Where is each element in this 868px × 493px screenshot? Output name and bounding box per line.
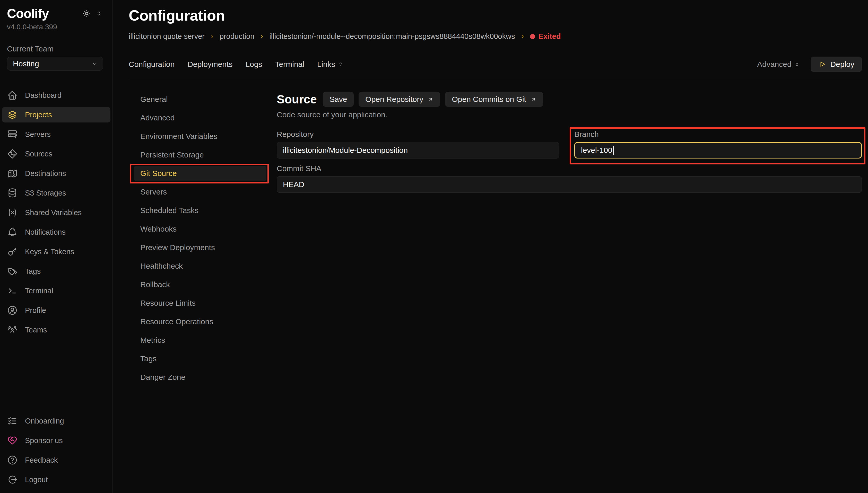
deploy-button[interactable]: Deploy [811,57,862,72]
repository-input[interactable] [277,142,559,158]
sidebar-item-terminal[interactable]: Terminal [2,283,110,299]
subnav-item-general[interactable]: General [134,92,267,107]
sidebar-item-tags[interactable]: Tags [2,263,110,279]
app-version: v4.0.0-beta.399 [7,23,102,31]
section-subtitle: Code source of your application. [277,110,862,119]
sidebar-item-dashboard[interactable]: Dashboard [2,87,110,103]
subnav-item-metrics[interactable]: Metrics [134,333,267,348]
coolify-app: Coolify v4.0.0-beta.399 Current Team Hos… [0,0,868,493]
git-source-icon [7,148,18,159]
terminal-icon [7,285,18,296]
theme-selector-icon[interactable] [96,10,102,17]
git-source-panel: Source Save Open Repository Open Commits… [277,92,862,193]
team-select[interactable]: Hosting [7,57,103,70]
chevron-right-icon [520,34,526,40]
save-button[interactable]: Save [323,92,354,107]
sidebar-item-teams[interactable]: Teams [2,322,110,338]
sidebar-item-onboarding[interactable]: Onboarding [2,413,110,429]
users-group-icon [7,324,18,335]
sidebar-item-label: Projects [25,111,52,119]
breadcrumb-application[interactable]: illicitestonion/-module--decomposition:m… [269,32,515,41]
subnav-item-preview-deployments[interactable]: Preview Deployments [134,240,267,255]
sidebar-item-sources[interactable]: Sources [2,146,110,162]
tab-deployments[interactable]: Deployments [187,60,232,69]
tab-logs[interactable]: Logs [246,60,262,69]
advanced-menu[interactable]: Advanced [757,60,800,69]
sidebar-item-label: Servers [25,130,51,139]
layers-icon [7,109,18,120]
page-title: Configuration [129,7,862,24]
subnav-item-webhooks[interactable]: Webhooks [134,221,267,236]
open-commits-button[interactable]: Open Commits on Git [445,92,543,107]
sidebar-item-label: Logout [25,475,48,484]
subnav-item-advanced[interactable]: Advanced [134,110,267,125]
sidebar-item-destinations[interactable]: Destinations [2,166,110,181]
sidebar-item-label: S3 Storages [25,189,66,197]
sidebar-item-notifications[interactable]: Notifications [2,224,110,240]
external-link-icon [427,96,433,103]
breadcrumb-environment[interactable]: production [219,32,254,41]
branch-input[interactable]: level-100 [574,142,862,158]
key-icon [7,246,18,257]
sidebar-item-servers[interactable]: Servers [2,127,110,142]
subnav-item-resource-operations[interactable]: Resource Operations [134,314,267,329]
tab-terminal[interactable]: Terminal [275,60,304,69]
sidebar-item-logout[interactable]: Logout [2,472,110,487]
sidebar-item-sponsor-us[interactable]: Sponsor us [2,433,110,448]
server-icon [7,129,18,140]
subnav-item-environment-variables[interactable]: Environment Variables [134,129,267,144]
status-dot-icon [530,34,535,39]
map-icon [7,168,18,179]
checklist-icon [7,415,18,426]
help-circle-icon [7,455,18,466]
sidebar-item-projects[interactable]: Projects [2,107,110,123]
subnav-item-persistent-storage[interactable]: Persistent Storage [134,147,267,163]
subnav-item-servers[interactable]: Servers [134,185,267,199]
open-repository-button[interactable]: Open Repository [359,92,440,107]
sidebar-item-label: Notifications [25,228,66,236]
sidebar-item-label: Sources [25,150,52,158]
subnav-item-healthcheck[interactable]: Healthcheck [134,259,267,274]
sidebar-item-keys-tokens[interactable]: Keys & Tokens [2,244,110,259]
sidebar-item-label: Keys & Tokens [25,248,74,256]
sidebar: Coolify v4.0.0-beta.399 Current Team Hos… [0,0,112,493]
subnav-item-scheduled-tasks[interactable]: Scheduled Tasks [134,203,267,218]
sidebar-footer-nav: Onboarding Sponsor us Feedback Logout [2,413,110,487]
sidebar-item-profile[interactable]: Profile [2,303,110,318]
subnav-item-tags[interactable]: Tags [134,351,267,366]
status-text: Exited [538,32,561,41]
sidebar-item-shared-variables[interactable]: Shared Variables [2,205,110,220]
tab-configuration[interactable]: Configuration [129,60,174,69]
subnav-item-resource-limits[interactable]: Resource Limits [134,296,267,310]
tab-links[interactable]: Links [317,60,344,69]
commit-sha-input[interactable] [277,176,862,193]
commit-sha-label: Commit SHA [277,164,862,173]
subnav-item-rollback[interactable]: Rollback [134,277,267,292]
user-circle-icon [7,305,18,316]
branch-field: Branch level-100 [574,130,862,158]
section-title: Source [277,92,317,106]
status-badge: Exited [530,32,561,41]
sidebar-item-feedback[interactable]: Feedback [2,452,110,468]
team-select-value: Hosting [13,60,39,68]
subnav-item-git-source[interactable]: Git Source [134,166,267,181]
sidebar-item-label: Shared Variables [25,209,82,217]
repository-field: Repository [277,130,559,158]
sun-icon[interactable] [82,9,91,18]
play-icon [818,60,826,68]
sidebar-item-label: Tags [25,267,41,276]
selector-icon [794,61,800,67]
logout-icon [7,474,18,485]
chevron-right-icon [259,34,265,40]
subnav-item-danger-zone[interactable]: Danger Zone [134,370,267,385]
text-cursor [613,146,614,155]
heart-handshake-icon [7,435,18,446]
sidebar-item-label: Teams [25,326,47,334]
breadcrumb-project[interactable]: illicitonion quote server [129,32,205,41]
sidebar-nav: Dashboard Projects Servers Sources Desti… [2,87,110,338]
commit-sha-field: Commit SHA [277,164,862,193]
database-icon [7,188,18,198]
branch-label: Branch [574,130,862,139]
sidebar-item-s3-storages[interactable]: S3 Storages [2,185,110,201]
app-logo: Coolify [7,7,49,21]
